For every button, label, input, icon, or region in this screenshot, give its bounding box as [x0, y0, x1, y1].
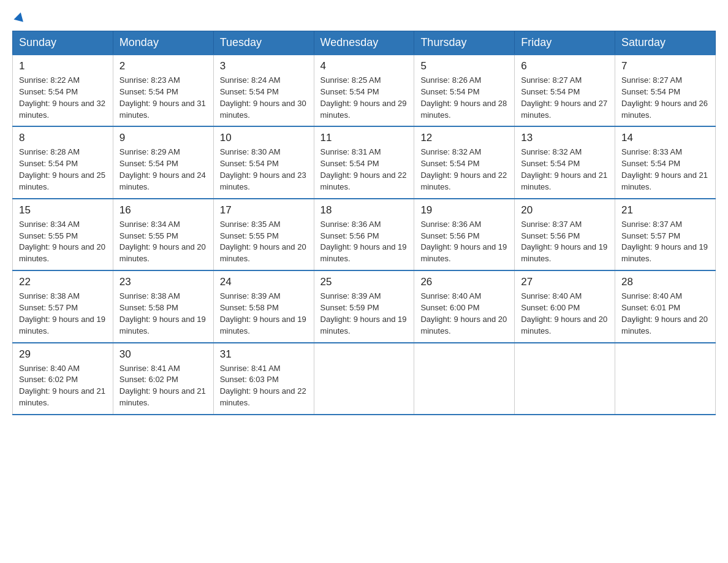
day-info: Sunrise: 8:37 AMSunset: 5:56 PMDaylight:… [521, 219, 609, 265]
day-info: Sunrise: 8:31 AMSunset: 5:54 PMDaylight:… [320, 147, 408, 193]
calendar-cell: 2Sunrise: 8:23 AMSunset: 5:54 PMDaylight… [113, 55, 213, 126]
calendar-cell: 19Sunrise: 8:36 AMSunset: 5:56 PMDayligh… [414, 199, 515, 270]
calendar-cell [414, 343, 515, 415]
day-number: 20 [521, 204, 609, 216]
calendar-cell: 7Sunrise: 8:27 AMSunset: 5:54 PMDaylight… [615, 55, 716, 126]
day-number: 31 [220, 348, 308, 361]
calendar-cell: 16Sunrise: 8:34 AMSunset: 5:55 PMDayligh… [113, 199, 213, 270]
weekday-header-saturday: Saturday [615, 31, 716, 55]
day-info: Sunrise: 8:34 AMSunset: 5:55 PMDaylight:… [119, 219, 207, 265]
day-info: Sunrise: 8:38 AMSunset: 5:57 PMDaylight:… [19, 291, 107, 337]
calendar-cell: 12Sunrise: 8:32 AMSunset: 5:54 PMDayligh… [414, 126, 515, 198]
day-info: Sunrise: 8:25 AMSunset: 5:54 PMDaylight:… [320, 75, 408, 121]
day-number: 24 [220, 276, 308, 288]
calendar-cell [515, 343, 615, 415]
day-info: Sunrise: 8:32 AMSunset: 5:54 PMDaylight:… [521, 147, 609, 193]
calendar-cell: 1Sunrise: 8:22 AMSunset: 5:54 PMDaylight… [13, 55, 113, 126]
calendar-cell: 21Sunrise: 8:37 AMSunset: 5:57 PMDayligh… [615, 199, 716, 270]
day-info: Sunrise: 8:33 AMSunset: 5:54 PMDaylight:… [621, 147, 709, 193]
calendar-cell: 14Sunrise: 8:33 AMSunset: 5:54 PMDayligh… [615, 126, 716, 198]
day-info: Sunrise: 8:27 AMSunset: 5:54 PMDaylight:… [521, 75, 609, 121]
day-info: Sunrise: 8:39 AMSunset: 5:59 PMDaylight:… [320, 291, 408, 337]
calendar-cell: 6Sunrise: 8:27 AMSunset: 5:54 PMDaylight… [515, 55, 615, 126]
day-info: Sunrise: 8:40 AMSunset: 6:01 PMDaylight:… [621, 291, 709, 337]
weekday-header-sunday: Sunday [13, 31, 113, 55]
day-number: 1 [19, 60, 107, 72]
calendar-cell: 20Sunrise: 8:37 AMSunset: 5:56 PMDayligh… [515, 199, 615, 270]
day-info: Sunrise: 8:39 AMSunset: 5:58 PMDaylight:… [220, 291, 308, 337]
day-number: 10 [220, 132, 308, 144]
day-info: Sunrise: 8:23 AMSunset: 5:54 PMDaylight:… [119, 75, 207, 121]
day-number: 13 [521, 132, 609, 144]
calendar-week-row: 1Sunrise: 8:22 AMSunset: 5:54 PMDaylight… [13, 55, 716, 126]
calendar-cell: 3Sunrise: 8:24 AMSunset: 5:54 PMDaylight… [213, 55, 314, 126]
day-number: 6 [521, 60, 609, 72]
calendar-cell: 23Sunrise: 8:38 AMSunset: 5:58 PMDayligh… [113, 270, 213, 342]
day-number: 5 [420, 60, 508, 72]
day-info: Sunrise: 8:28 AMSunset: 5:54 PMDaylight:… [19, 147, 107, 193]
calendar-cell: 18Sunrise: 8:36 AMSunset: 5:56 PMDayligh… [314, 199, 414, 270]
logo-blue-text [12, 12, 25, 21]
calendar-cell: 24Sunrise: 8:39 AMSunset: 5:58 PMDayligh… [213, 270, 314, 342]
calendar-week-row: 8Sunrise: 8:28 AMSunset: 5:54 PMDaylight… [13, 126, 716, 198]
calendar-cell: 17Sunrise: 8:35 AMSunset: 5:55 PMDayligh… [213, 199, 314, 270]
calendar-cell: 30Sunrise: 8:41 AMSunset: 6:02 PMDayligh… [113, 343, 213, 415]
logo [12, 12, 25, 21]
day-number: 26 [420, 276, 508, 288]
weekday-header-wednesday: Wednesday [314, 31, 414, 55]
weekday-header-row: SundayMondayTuesdayWednesdayThursdayFrid… [13, 31, 716, 55]
calendar-cell [314, 343, 414, 415]
calendar-table: SundayMondayTuesdayWednesdayThursdayFrid… [12, 31, 716, 415]
calendar-cell [615, 343, 716, 415]
day-number: 8 [19, 132, 107, 144]
day-number: 22 [19, 276, 107, 288]
calendar-cell: 31Sunrise: 8:41 AMSunset: 6:03 PMDayligh… [213, 343, 314, 415]
calendar-cell: 27Sunrise: 8:40 AMSunset: 6:00 PMDayligh… [515, 270, 615, 342]
page-header [12, 12, 716, 21]
day-info: Sunrise: 8:40 AMSunset: 6:00 PMDaylight:… [521, 291, 609, 337]
day-info: Sunrise: 8:40 AMSunset: 6:02 PMDaylight:… [19, 363, 107, 409]
day-number: 23 [119, 276, 207, 288]
day-number: 17 [220, 204, 308, 216]
day-info: Sunrise: 8:35 AMSunset: 5:55 PMDaylight:… [220, 219, 308, 265]
day-info: Sunrise: 8:37 AMSunset: 5:57 PMDaylight:… [621, 219, 709, 265]
day-number: 12 [420, 132, 508, 144]
weekday-header-tuesday: Tuesday [213, 31, 314, 55]
day-number: 16 [119, 204, 207, 216]
day-number: 25 [320, 276, 408, 288]
day-number: 27 [521, 276, 609, 288]
day-info: Sunrise: 8:27 AMSunset: 5:54 PMDaylight:… [621, 75, 709, 121]
day-info: Sunrise: 8:41 AMSunset: 6:02 PMDaylight:… [119, 363, 207, 409]
day-info: Sunrise: 8:40 AMSunset: 6:00 PMDaylight:… [420, 291, 508, 337]
day-number: 15 [19, 204, 107, 216]
day-number: 19 [420, 204, 508, 216]
calendar-cell: 4Sunrise: 8:25 AMSunset: 5:54 PMDaylight… [314, 55, 414, 126]
calendar-week-row: 22Sunrise: 8:38 AMSunset: 5:57 PMDayligh… [13, 270, 716, 342]
day-number: 21 [621, 204, 709, 216]
day-info: Sunrise: 8:24 AMSunset: 5:54 PMDaylight:… [220, 75, 308, 121]
day-info: Sunrise: 8:32 AMSunset: 5:54 PMDaylight:… [420, 147, 508, 193]
day-number: 4 [320, 60, 408, 72]
day-info: Sunrise: 8:41 AMSunset: 6:03 PMDaylight:… [220, 363, 308, 409]
calendar-cell: 29Sunrise: 8:40 AMSunset: 6:02 PMDayligh… [13, 343, 113, 415]
day-info: Sunrise: 8:36 AMSunset: 5:56 PMDaylight:… [420, 219, 508, 265]
calendar-cell: 22Sunrise: 8:38 AMSunset: 5:57 PMDayligh… [13, 270, 113, 342]
calendar-week-row: 15Sunrise: 8:34 AMSunset: 5:55 PMDayligh… [13, 199, 716, 270]
weekday-header-friday: Friday [515, 31, 615, 55]
calendar-cell: 13Sunrise: 8:32 AMSunset: 5:54 PMDayligh… [515, 126, 615, 198]
calendar-cell: 11Sunrise: 8:31 AMSunset: 5:54 PMDayligh… [314, 126, 414, 198]
calendar-week-row: 29Sunrise: 8:40 AMSunset: 6:02 PMDayligh… [13, 343, 716, 415]
day-info: Sunrise: 8:36 AMSunset: 5:56 PMDaylight:… [320, 219, 408, 265]
calendar-cell: 28Sunrise: 8:40 AMSunset: 6:01 PMDayligh… [615, 270, 716, 342]
calendar-cell: 15Sunrise: 8:34 AMSunset: 5:55 PMDayligh… [13, 199, 113, 270]
calendar-cell: 10Sunrise: 8:30 AMSunset: 5:54 PMDayligh… [213, 126, 314, 198]
weekday-header-monday: Monday [113, 31, 213, 55]
day-info: Sunrise: 8:22 AMSunset: 5:54 PMDaylight:… [19, 75, 107, 121]
day-number: 9 [119, 132, 207, 144]
day-info: Sunrise: 8:30 AMSunset: 5:54 PMDaylight:… [220, 147, 308, 193]
day-number: 14 [621, 132, 709, 144]
day-info: Sunrise: 8:29 AMSunset: 5:54 PMDaylight:… [119, 147, 207, 193]
day-number: 3 [220, 60, 308, 72]
weekday-header-thursday: Thursday [414, 31, 515, 55]
logo-triangle-icon [13, 11, 25, 22]
